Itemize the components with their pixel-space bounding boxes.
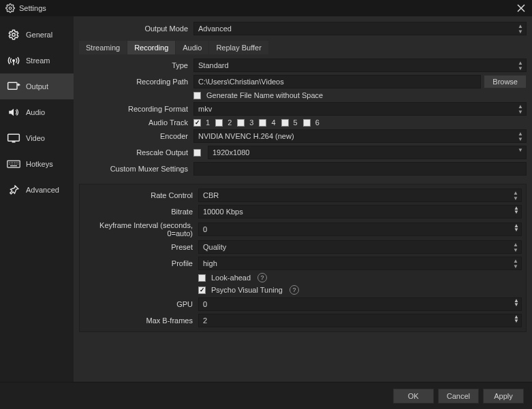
spinner-icon[interactable]: ▲▼ [514, 299, 519, 307]
look-ahead-label: Look-ahead [211, 274, 251, 282]
profile-select[interactable]: high▲▼ [198, 257, 522, 270]
help-icon[interactable]: ? [290, 285, 299, 295]
bitrate-input[interactable]: 10000 Kbps▲▼ [198, 205, 522, 218]
sidebar-item-advanced[interactable]: Advanced [0, 177, 74, 203]
recording-path-input[interactable]: C:\Users\Christian\Videos [193, 75, 481, 88]
svg-rect-3 [8, 82, 17, 89]
video-icon [7, 132, 20, 144]
output-tabs: Streaming Recording Audio Replay Buffer [79, 41, 527, 54]
svg-rect-4 [8, 134, 20, 141]
sidebar-item-general[interactable]: General [0, 22, 74, 48]
recording-format-select[interactable]: mkv▲▼ [193, 102, 527, 116]
track-3-checkbox[interactable] [237, 119, 245, 127]
sidebar-label: Hotkeys [26, 160, 53, 168]
bitrate-label: Bitrate [84, 208, 198, 216]
ok-button[interactable]: OK [393, 389, 434, 404]
track-1-checkbox[interactable] [193, 119, 201, 127]
sidebar-label: General [26, 31, 52, 39]
tab-recording[interactable]: Recording [127, 41, 175, 54]
sidebar-item-stream[interactable]: Stream [0, 48, 74, 73]
psycho-tuning-checkbox[interactable] [198, 287, 206, 294]
encoder-settings-panel: Rate Control CBR▲▼ Bitrate 10000 Kbps▲▼ … [79, 184, 527, 332]
chevron-updown-icon: ▲▼ [518, 24, 523, 35]
tab-audio[interactable]: Audio [176, 41, 208, 54]
encoder-select[interactable]: NVIDIA NVENC H.264 (new)▲▼ [193, 129, 527, 143]
advanced-icon [7, 184, 20, 196]
chevron-updown-icon: ▲▼ [513, 259, 518, 269]
chevron-updown-icon: ▲▼ [513, 242, 518, 253]
rate-control-select[interactable]: CBR▲▼ [198, 189, 522, 202]
close-button[interactable] [516, 3, 527, 14]
footer: OK Cancel Apply [0, 382, 532, 409]
muxer-input[interactable] [193, 162, 527, 176]
browse-button[interactable]: Browse [484, 75, 527, 88]
gpu-input[interactable]: 0▲▼ [198, 297, 522, 311]
type-select[interactable]: Standard▲▼ [193, 59, 527, 72]
sidebar-item-hotkeys[interactable]: Hotkeys [0, 151, 74, 177]
preset-label: Preset [84, 243, 198, 251]
spinner-icon[interactable]: ▲▼ [514, 206, 519, 214]
recording-format-label: Recording Format [79, 105, 193, 113]
track-5-checkbox[interactable] [281, 119, 289, 127]
no-space-checkbox[interactable] [193, 92, 201, 99]
encoder-label: Encoder [79, 132, 193, 140]
max-bframes-label: Max B-frames [84, 316, 198, 325]
psycho-tuning-label: Psycho Visual Tuning [211, 286, 283, 294]
track-6-checkbox[interactable] [303, 119, 311, 127]
content-area: Output Mode Advanced ▲▼ Streaming Record… [74, 16, 532, 382]
sidebar-label: Output [26, 82, 48, 91]
track-4-checkbox[interactable] [259, 119, 266, 127]
preset-select[interactable]: Quality▲▼ [198, 240, 522, 254]
output-icon [7, 80, 20, 93]
recording-path-label: Recording Path [79, 78, 193, 86]
profile-label: Profile [84, 259, 198, 267]
sidebar-label: Stream [26, 56, 50, 65]
cancel-button[interactable]: Cancel [438, 389, 479, 404]
apply-button[interactable]: Apply [483, 389, 524, 404]
type-label: Type [79, 61, 193, 69]
look-ahead-checkbox[interactable] [198, 274, 206, 282]
keyframe-label: Keyframe Interval (seconds, 0=auto) [84, 221, 198, 238]
settings-icon [5, 3, 15, 13]
max-bframes-input[interactable]: 2▲▼ [198, 314, 522, 327]
hotkeys-icon [7, 158, 20, 170]
keyframe-input[interactable]: 0▲▼ [198, 223, 522, 236]
spinner-icon[interactable]: ▲▼ [514, 315, 519, 323]
tab-streaming[interactable]: Streaming [79, 41, 127, 54]
tab-replay-buffer[interactable]: Replay Buffer [209, 41, 268, 54]
stream-icon [7, 54, 20, 67]
sidebar-item-output[interactable]: Output [0, 73, 74, 99]
spinner-icon[interactable]: ▲▼ [514, 224, 519, 232]
rescale-select: 1920x1080▼ [208, 146, 527, 159]
output-mode-label: Output Mode [79, 24, 193, 33]
sidebar-label: Advanced [26, 186, 59, 194]
muxer-label: Custom Muxer Settings [79, 165, 193, 173]
audio-track-label: Audio Track [79, 118, 193, 127]
no-space-label: Generate File Name without Space [206, 91, 323, 99]
sidebar-label: Video [26, 134, 45, 142]
sidebar-label: Audio [26, 108, 45, 116]
svg-point-1 [12, 33, 16, 37]
chevron-updown-icon: ▲▼ [518, 61, 523, 71]
titlebar: Settings [0, 0, 532, 16]
rescale-label: Rescale Output [79, 148, 193, 157]
rate-control-label: Rate Control [84, 191, 198, 199]
sidebar-item-video[interactable]: Video [0, 125, 74, 151]
help-icon[interactable]: ? [257, 273, 267, 282]
sidebar-item-audio[interactable]: Audio [0, 99, 74, 125]
output-mode-select[interactable]: Advanced ▲▼ [193, 22, 527, 35]
track-2-checkbox[interactable] [215, 119, 223, 127]
chevron-updown-icon: ▲▼ [518, 104, 523, 115]
chevron-updown-icon: ▲▼ [518, 131, 523, 142]
rescale-checkbox[interactable] [193, 149, 201, 157]
gear-icon [7, 29, 20, 41]
chevron-down-icon: ▼ [518, 148, 523, 153]
gpu-label: GPU [84, 300, 198, 308]
window-title: Settings [19, 4, 46, 12]
sidebar: General Stream Output Audio Video Hotkey… [0, 16, 74, 382]
svg-point-0 [9, 7, 12, 10]
audio-icon [7, 106, 20, 118]
chevron-updown-icon: ▲▼ [513, 191, 518, 201]
